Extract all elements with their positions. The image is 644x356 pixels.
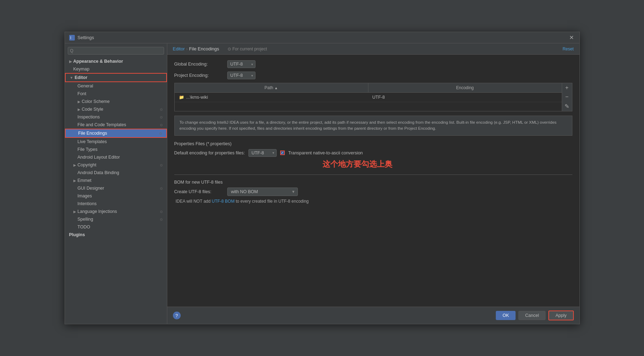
reset-link[interactable]: Reset bbox=[562, 47, 573, 51]
sidebar-item-spelling[interactable]: Spelling ⊙ bbox=[65, 215, 167, 223]
sidebar-item-editor[interactable]: ▼ Editor bbox=[65, 73, 167, 82]
remove-row-button[interactable]: − bbox=[562, 92, 572, 102]
breadcrumb-separator: › bbox=[186, 46, 187, 51]
utf8-bom-link[interactable]: UTF-8 BOM bbox=[212, 199, 235, 204]
bom-section: BOM for new UTF-8 files Create UTF-8 fil… bbox=[174, 180, 572, 204]
cancel-button[interactable]: Cancel bbox=[518, 311, 546, 320]
close-button[interactable]: ✕ bbox=[568, 34, 575, 41]
search-box[interactable]: Q bbox=[68, 47, 164, 55]
copy-icon: ⊙ bbox=[160, 115, 163, 119]
sort-icon: ▲ bbox=[275, 86, 278, 90]
breadcrumb-parent[interactable]: Editor bbox=[173, 46, 185, 51]
default-encoding-for-properties-row: Default encoding for properties files: U… bbox=[174, 149, 572, 157]
sidebar-item-todo[interactable]: TODO bbox=[65, 223, 167, 231]
chevron-down-icon: ▼ bbox=[70, 76, 73, 80]
default-encoding-properties-label: Default encoding for properties files: bbox=[174, 151, 245, 155]
col-encoding: Encoding bbox=[368, 83, 562, 92]
sidebar-item-live-templates[interactable]: Live Templates bbox=[65, 138, 167, 146]
sidebar-item-plugins[interactable]: Plugins bbox=[65, 231, 167, 239]
project-encoding-dropdown[interactable]: UTF-8 bbox=[227, 72, 255, 79]
global-encoding-row: Global Encoding: UTF-8 bbox=[174, 60, 572, 68]
app-icon: I bbox=[69, 35, 75, 41]
window-body: Q ▶ Appearance & Behavior Keymap ▼ Edito… bbox=[65, 43, 579, 324]
copy-icon: ⊙ bbox=[159, 131, 162, 135]
global-encoding-dropdown[interactable]: UTF-8 bbox=[227, 60, 255, 68]
col-path: Path ▲ bbox=[175, 83, 368, 92]
chevron-right-icon: ▶ bbox=[73, 210, 76, 214]
title-bar: I Settings ✕ bbox=[65, 32, 579, 43]
add-row-button[interactable]: + bbox=[562, 83, 572, 92]
global-encoding-label: Global Encoding: bbox=[174, 62, 224, 67]
copy-icon: ⊙ bbox=[160, 108, 163, 111]
annotation-chinese: 这个地方要勾选上奥 bbox=[323, 159, 572, 170]
copy-icon: ⊙ bbox=[160, 210, 163, 214]
sidebar-item-inspections[interactable]: Inspections ⊙ bbox=[65, 113, 167, 121]
apply-button[interactable]: Apply bbox=[548, 311, 573, 320]
table-actions: + − ✎ bbox=[562, 83, 572, 111]
content-header: Editor › File Encodings ⊙ For current pr… bbox=[167, 43, 579, 55]
for-project-link: ⊙ For current project bbox=[228, 47, 267, 51]
sidebar-item-appearance-behavior[interactable]: ▶ Appearance & Behavior bbox=[65, 57, 167, 65]
ok-button[interactable]: OK bbox=[496, 311, 516, 320]
sidebar-item-language-injections[interactable]: ▶ Language Injections ⊙ bbox=[65, 208, 167, 215]
sidebar: Q ▶ Appearance & Behavior Keymap ▼ Edito… bbox=[65, 43, 167, 324]
search-icon: Q bbox=[70, 48, 73, 53]
table-header: Path ▲ Encoding bbox=[175, 83, 562, 93]
chevron-right-icon: ▶ bbox=[78, 100, 80, 104]
table-main: Path ▲ Encoding 📁 ...\kms-wiki UTF-8 bbox=[175, 83, 562, 111]
svg-text:I: I bbox=[70, 36, 71, 40]
project-encoding-label: Project Encoding: bbox=[174, 73, 224, 78]
breadcrumb-current: File Encodings bbox=[189, 46, 219, 51]
table-cell-encoding: UTF-8 bbox=[368, 93, 562, 102]
folder-icon: 📁 bbox=[179, 95, 184, 100]
main-content: Editor › File Encodings ⊙ For current pr… bbox=[167, 43, 579, 324]
sidebar-item-file-and-code-templates[interactable]: File and Code Templates ⊙ bbox=[65, 121, 167, 129]
sidebar-item-android-data-binding[interactable]: Android Data Binding bbox=[65, 169, 167, 177]
sidebar-item-emmet[interactable]: ▶ Emmet bbox=[65, 177, 167, 184]
sidebar-item-android-layout-editor[interactable]: Android Layout Editor bbox=[65, 153, 167, 161]
help-button[interactable]: ? bbox=[173, 312, 181, 319]
breadcrumb: Editor › File Encodings ⊙ For current pr… bbox=[173, 46, 561, 51]
settings-window: I Settings ✕ Q ▶ Appearance & Behavior K… bbox=[65, 32, 580, 324]
copy-icon: ⊙ bbox=[160, 217, 163, 221]
chevron-right-icon: ▶ bbox=[78, 108, 80, 111]
chevron-right-icon: ▶ bbox=[73, 179, 76, 183]
copy-icon: ⊙ bbox=[160, 163, 163, 167]
sidebar-item-font[interactable]: Font bbox=[65, 90, 167, 98]
chevron-right-icon: ▶ bbox=[73, 163, 76, 167]
bom-note: IDEA will NOT add UTF-8 BOM to every cre… bbox=[174, 199, 572, 204]
transparent-label: Transparent native-to-ascii conversion bbox=[288, 151, 363, 155]
properties-title: Properties Files (*.properties) bbox=[174, 141, 572, 146]
bom-dropdown[interactable]: with NO BOM bbox=[227, 188, 298, 196]
table-cell-path: 📁 ...\kms-wiki bbox=[175, 93, 368, 102]
sidebar-item-color-scheme[interactable]: ▶ Color Scheme bbox=[65, 98, 167, 105]
bom-title: BOM for new UTF-8 files bbox=[174, 180, 572, 185]
edit-row-button[interactable]: ✎ bbox=[562, 102, 572, 111]
table-row[interactable]: 📁 ...\kms-wiki UTF-8 bbox=[175, 93, 562, 102]
properties-encoding-dropdown[interactable]: UTF-8 bbox=[248, 149, 277, 157]
chevron-right-icon: ▶ bbox=[69, 60, 72, 63]
sidebar-item-general[interactable]: General bbox=[65, 82, 167, 90]
encoding-table: Path ▲ Encoding 📁 ...\kms-wiki UTF-8 bbox=[174, 83, 572, 111]
sidebar-item-images[interactable]: Images bbox=[65, 192, 167, 200]
sidebar-item-gui-designer[interactable]: GUI Designer ⊙ bbox=[65, 184, 167, 192]
divider bbox=[174, 174, 572, 175]
bom-row: Create UTF-8 files: with NO BOM bbox=[174, 188, 572, 196]
window-title: Settings bbox=[78, 35, 565, 40]
transparent-checkbox[interactable] bbox=[280, 151, 285, 155]
footer: ? OK Cancel Apply bbox=[167, 307, 579, 324]
sidebar-item-file-encodings[interactable]: File Encodings ⊙ bbox=[65, 129, 167, 138]
info-text: To change encoding IntelliJ IDEA uses fo… bbox=[174, 116, 572, 136]
sidebar-item-file-types[interactable]: File Types bbox=[65, 146, 167, 153]
sidebar-item-copyright[interactable]: ▶ Copyright ⊙ bbox=[65, 161, 167, 169]
create-utf8-label: Create UTF-8 files: bbox=[174, 189, 224, 194]
sidebar-item-keymap[interactable]: Keymap bbox=[65, 65, 167, 73]
project-encoding-row: Project Encoding: UTF-8 bbox=[174, 72, 572, 79]
content-body: Global Encoding: UTF-8 Project Encoding:… bbox=[167, 55, 579, 307]
search-input[interactable] bbox=[75, 48, 162, 53]
copy-icon: ⊙ bbox=[160, 123, 163, 127]
copy-icon: ⊙ bbox=[160, 186, 163, 190]
sidebar-item-intentions[interactable]: Intentions bbox=[65, 200, 167, 208]
properties-section: Properties Files (*.properties) Default … bbox=[174, 141, 572, 170]
sidebar-item-code-style[interactable]: ▶ Code Style ⊙ bbox=[65, 105, 167, 113]
